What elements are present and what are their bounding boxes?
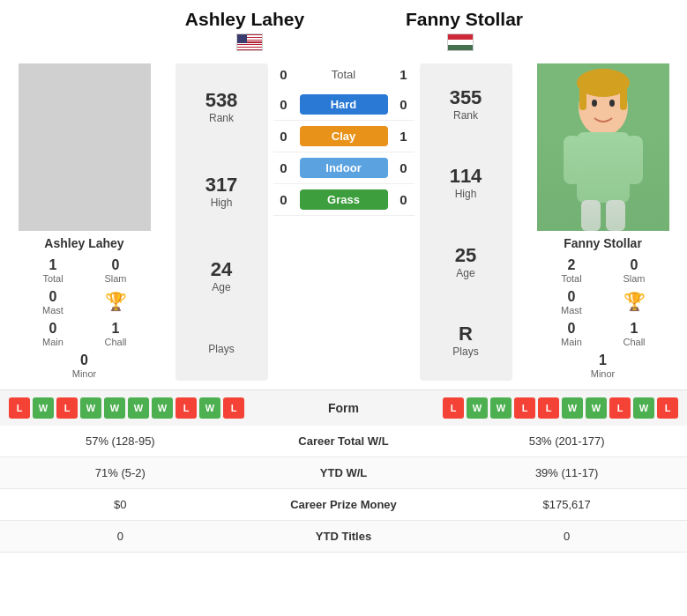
- right-plays-val: R: [459, 323, 473, 345]
- total-left-score: 0: [273, 67, 295, 82]
- clay-left-score: 0: [273, 129, 295, 144]
- hard-right-score: 0: [393, 97, 414, 112]
- hard-row: 0 Hard 0: [273, 89, 414, 121]
- form-section: L W L W W W W L W L Form L W W L L W W L…: [0, 390, 687, 426]
- indoor-left-score: 0: [273, 160, 295, 175]
- left-chall-val: 1: [112, 321, 120, 337]
- left-minor-cell: 0 Minor: [23, 351, 146, 381]
- right-form-1: L: [443, 397, 464, 419]
- left-form-5: W: [104, 397, 125, 419]
- right-chall-val: 1: [631, 321, 638, 337]
- ytd-wl-row: 71% (5-2) YTD W/L 39% (11-17): [0, 457, 687, 489]
- left-rank-item: 538 Rank: [205, 89, 238, 124]
- grass-right-score: 0: [393, 192, 414, 207]
- right-form-9: W: [633, 397, 654, 419]
- total-right-score: 1: [393, 67, 414, 82]
- right-minor-cell: 1 Minor: [541, 351, 665, 381]
- right-form-7: W: [586, 397, 607, 419]
- ytd-wl-left: 71% (5-2): [0, 457, 241, 489]
- right-slam-val: 0: [631, 257, 638, 273]
- hard-badge: Hard: [300, 94, 388, 115]
- right-rank-label: Rank: [453, 109, 478, 122]
- career-total-label: Career Total W/L: [241, 426, 447, 457]
- left-form-10: L: [223, 397, 244, 419]
- right-trophy-cell: 🏆: [604, 287, 665, 317]
- career-total-right: 53% (201-177): [446, 426, 687, 457]
- svg-point-8: [609, 100, 615, 107]
- right-main-cell: 0 Main: [541, 319, 602, 349]
- right-rank-block: 355 Rank 114 High 25 Age R Plays: [420, 63, 512, 381]
- form-label: Form: [328, 401, 359, 415]
- indoor-right-score: 0: [393, 160, 414, 175]
- right-chall-label: Chall: [623, 337, 645, 347]
- grass-badge: Grass: [300, 189, 388, 210]
- svg-rect-10: [579, 79, 586, 110]
- left-player-name-label: Ashley Lahey: [44, 236, 123, 250]
- left-age-item: 24 Age: [211, 258, 232, 293]
- grass-row: 0 Grass 0: [273, 184, 414, 216]
- right-player-block: Fanny Stollar 2 Total 0 Slam 0 Mast 🏆: [526, 63, 680, 381]
- main-container: Ashley Lahey Fanny Stollar Ashley Lahey: [0, 0, 687, 553]
- clay-right-score: 1: [393, 129, 414, 144]
- svg-rect-6: [606, 200, 625, 231]
- left-chall-label: Chall: [104, 337, 126, 347]
- hard-left-score: 0: [273, 97, 295, 112]
- right-slam-label: Slam: [623, 273, 645, 284]
- right-form-5: L: [538, 397, 559, 419]
- right-player-photo: [537, 63, 669, 231]
- left-trophy-cell: 🏆: [86, 287, 146, 317]
- grass-left-score: 0: [273, 192, 295, 207]
- left-flag: [236, 33, 263, 55]
- left-stats-grid: 1 Total 0 Slam 0 Mast 🏆 0 Main: [23, 256, 146, 381]
- right-plays-item: R Plays: [452, 323, 478, 358]
- right-form-6: W: [562, 397, 583, 419]
- left-player-photo: [19, 63, 151, 231]
- top-header: Ashley Lahey Fanny Stollar: [0, 0, 687, 55]
- ytd-titles-row: 0 YTD Titles 0: [0, 521, 687, 553]
- right-total-cell: 2 Total: [541, 256, 602, 286]
- left-form-9: W: [199, 397, 220, 419]
- left-age-number: 24: [211, 258, 232, 281]
- right-trophy-icon: 🏆: [624, 291, 646, 312]
- left-main-val: 0: [49, 321, 57, 337]
- right-age-number: 25: [455, 244, 476, 267]
- indoor-row: 0 Indoor 0: [273, 152, 414, 184]
- ytd-titles-label: YTD Titles: [241, 521, 447, 553]
- right-main-val: 0: [568, 321, 576, 337]
- svg-point-7: [592, 100, 597, 107]
- right-mast-label: Mast: [561, 305, 582, 315]
- svg-rect-11: [620, 79, 627, 110]
- left-slam-label: Slam: [104, 273, 126, 284]
- left-high-item: 317 High: [205, 174, 238, 209]
- right-total-label: Total: [561, 273, 581, 284]
- left-mast-label: Mast: [42, 305, 63, 315]
- left-player-name: Ashley Lahey: [185, 9, 313, 30]
- right-form-2: W: [467, 397, 488, 419]
- right-form-4: L: [514, 397, 535, 419]
- indoor-badge: Indoor: [300, 158, 388, 178]
- left-minor-label: Minor: [72, 368, 97, 379]
- left-high-number: 317: [205, 174, 238, 197]
- total-row: 0 Total 1: [273, 63, 414, 85]
- right-age-item: 25 Age: [455, 244, 476, 279]
- right-slam-cell: 0 Slam: [604, 256, 665, 286]
- right-minor-label: Minor: [591, 368, 616, 379]
- career-total-left: 57% (128-95): [0, 426, 241, 457]
- left-total-label: Total: [42, 273, 63, 284]
- form-badges-right: L W W L L W W L W L: [397, 397, 679, 419]
- right-flag: [447, 33, 474, 55]
- left-rank-block: 538 Rank 317 High 24 Age Plays: [175, 63, 268, 381]
- left-form-7: W: [152, 397, 173, 419]
- ytd-titles-right: 0: [446, 521, 687, 553]
- clay-badge: Clay: [300, 126, 388, 146]
- right-main-label: Main: [561, 337, 582, 347]
- right-minor-val: 1: [599, 353, 607, 368]
- prize-money-row: $0 Career Prize Money $175,617: [0, 489, 687, 521]
- right-plays-label: Plays: [452, 345, 478, 358]
- right-mast-val: 0: [568, 289, 576, 305]
- prize-money-label: Career Prize Money: [241, 489, 447, 521]
- career-total-row: 57% (128-95) Career Total W/L 53% (201-1…: [0, 426, 687, 457]
- left-player-block: Ashley Lahey 1 Total 0 Slam 0 Mast 🏆: [7, 63, 161, 381]
- svg-rect-5: [581, 200, 601, 231]
- right-rank-number: 355: [450, 86, 482, 109]
